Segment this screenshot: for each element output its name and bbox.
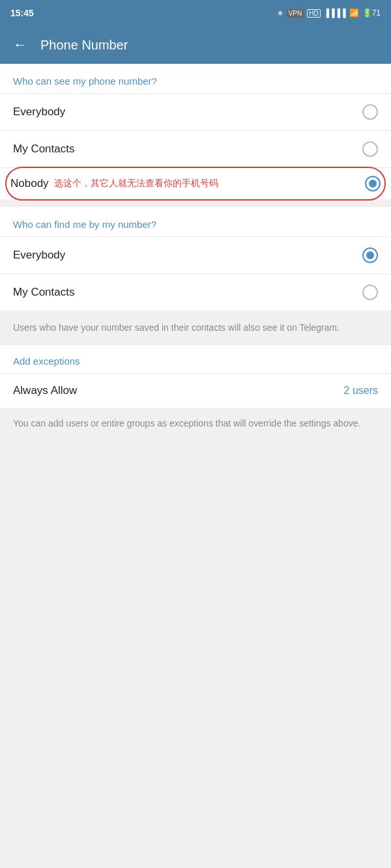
exceptions-header: Add exceptions bbox=[0, 345, 391, 373]
signal-icon: ▐▐▐▐ bbox=[324, 8, 346, 18]
see-everybody-label: Everybody bbox=[13, 105, 65, 119]
see-nobody-label: Nobody bbox=[10, 177, 49, 190]
vpn-icon: VPN bbox=[287, 9, 304, 18]
status-bar: 15:45 ∗ VPN HD ▐▐▐▐ 📶 🔋71 bbox=[0, 0, 391, 26]
see-mycontacts-radio[interactable] bbox=[362, 141, 378, 157]
nobody-annotation: 选这个，其它人就无法查看你的手机号码 bbox=[54, 178, 218, 189]
find-mycontacts-label: My Contacts bbox=[13, 286, 74, 299]
battery-icon: 🔋71 bbox=[362, 8, 381, 18]
page-title: Phone Number bbox=[40, 38, 128, 53]
bluetooth-icon: ∗ bbox=[277, 8, 283, 18]
nobody-oval-wrapper: Nobody 选这个，其它人就无法查看你的手机号码 bbox=[10, 176, 381, 191]
exceptions-info-text: You can add users or entire groups as ex… bbox=[0, 408, 391, 440]
find-mycontacts-option[interactable]: My Contacts bbox=[0, 273, 391, 311]
find-everybody-label: Everybody bbox=[13, 249, 65, 262]
see-phone-section: Who can see my phone number? Everybody M… bbox=[0, 64, 391, 199]
status-icons: ∗ VPN HD ▐▐▐▐ 📶 🔋71 bbox=[277, 8, 381, 18]
bottom-space bbox=[0, 440, 391, 667]
see-mycontacts-label: My Contacts bbox=[13, 143, 74, 156]
status-time: 15:45 bbox=[10, 8, 34, 18]
back-button[interactable]: ← bbox=[10, 34, 30, 56]
find-info-text: Users who have your number saved in thei… bbox=[0, 312, 391, 344]
always-allow-row[interactable]: Always Allow 2 users bbox=[0, 373, 391, 408]
exceptions-section: Add exceptions Always Allow 2 users bbox=[0, 345, 391, 408]
see-phone-header: Who can see my phone number? bbox=[0, 64, 391, 93]
find-mycontacts-radio[interactable] bbox=[362, 285, 378, 300]
page-header: ← Phone Number bbox=[0, 26, 391, 64]
nobody-label-group: Nobody 选这个，其它人就无法查看你的手机号码 bbox=[10, 177, 218, 190]
see-mycontacts-option[interactable]: My Contacts bbox=[0, 130, 391, 167]
users-count-badge: 2 users bbox=[344, 385, 378, 397]
find-phone-header: Who can find me by my number? bbox=[0, 207, 391, 236]
find-everybody-radio[interactable] bbox=[362, 247, 378, 263]
always-allow-label: Always Allow bbox=[13, 384, 77, 397]
wifi-icon: 📶 bbox=[349, 8, 359, 18]
find-everybody-option[interactable]: Everybody bbox=[0, 236, 391, 273]
hd-icon: HD bbox=[307, 9, 320, 18]
see-everybody-radio[interactable] bbox=[362, 104, 378, 120]
see-everybody-option[interactable]: Everybody bbox=[0, 93, 391, 130]
find-phone-section: Who can find me by my number? Everybody … bbox=[0, 207, 391, 311]
content: Who can see my phone number? Everybody M… bbox=[0, 64, 391, 667]
see-nobody-option[interactable]: Nobody 选这个，其它人就无法查看你的手机号码 bbox=[0, 167, 391, 199]
see-nobody-radio[interactable] bbox=[365, 176, 381, 191]
